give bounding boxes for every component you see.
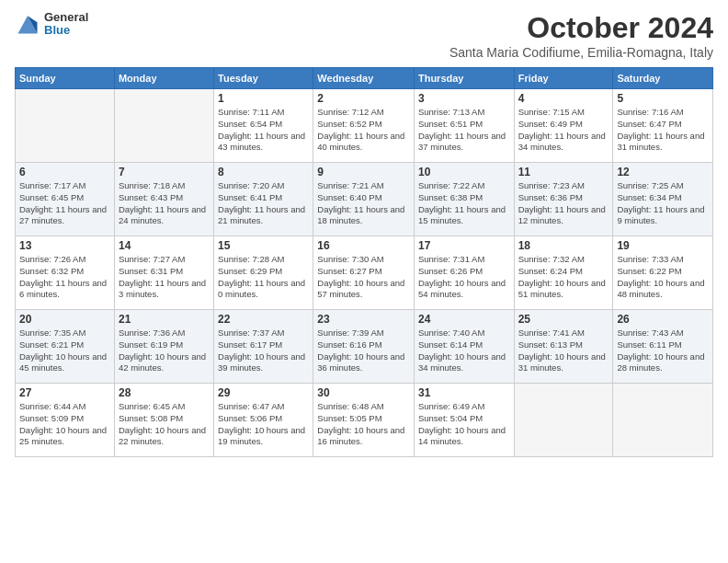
logo-line2: Blue <box>44 24 88 37</box>
day-info: Sunrise: 6:47 AMSunset: 5:06 PMDaylight:… <box>218 401 309 448</box>
day-number: 1 <box>218 92 309 105</box>
day-number: 16 <box>317 239 410 252</box>
table-row: 21Sunrise: 7:36 AMSunset: 6:19 PMDayligh… <box>114 310 213 384</box>
table-row: 28Sunrise: 6:45 AMSunset: 5:08 PMDayligh… <box>114 384 213 457</box>
day-number: 4 <box>518 92 609 105</box>
table-row: 24Sunrise: 7:40 AMSunset: 6:14 PMDayligh… <box>414 310 514 384</box>
day-info: Sunrise: 6:45 AMSunset: 5:08 PMDaylight:… <box>119 401 210 448</box>
table-row: 3Sunrise: 7:13 AMSunset: 6:51 PMDaylight… <box>414 89 514 163</box>
table-row: 17Sunrise: 7:31 AMSunset: 6:26 PMDayligh… <box>414 236 514 310</box>
table-row <box>114 89 213 163</box>
col-wednesday: Wednesday <box>313 68 415 89</box>
day-number: 25 <box>518 313 609 326</box>
day-number: 19 <box>617 239 709 252</box>
calendar-row: 6Sunrise: 7:17 AMSunset: 6:45 PMDaylight… <box>16 163 713 236</box>
table-row: 11Sunrise: 7:23 AMSunset: 6:36 PMDayligh… <box>514 163 613 236</box>
day-info: Sunrise: 7:30 AMSunset: 6:27 PMDaylight:… <box>317 254 410 301</box>
table-row: 20Sunrise: 7:35 AMSunset: 6:21 PMDayligh… <box>16 310 115 384</box>
day-number: 5 <box>617 92 709 105</box>
day-number: 22 <box>218 313 309 326</box>
logo-line1: General <box>44 11 88 24</box>
table-row: 7Sunrise: 7:18 AMSunset: 6:43 PMDaylight… <box>114 163 213 236</box>
day-info: Sunrise: 7:43 AMSunset: 6:11 PMDaylight:… <box>617 327 709 374</box>
calendar-row: 27Sunrise: 6:44 AMSunset: 5:09 PMDayligh… <box>16 384 713 457</box>
title-block: October 2024 Santa Maria Codifiume, Emil… <box>449 11 713 60</box>
day-number: 10 <box>418 166 510 178</box>
day-info: Sunrise: 7:25 AMSunset: 6:34 PMDaylight:… <box>617 180 709 227</box>
month-title: October 2024 <box>449 11 713 45</box>
day-number: 14 <box>119 239 210 252</box>
day-info: Sunrise: 7:39 AMSunset: 6:16 PMDaylight:… <box>317 327 410 374</box>
table-row: 4Sunrise: 7:15 AMSunset: 6:49 PMDaylight… <box>514 89 613 163</box>
day-info: Sunrise: 7:12 AMSunset: 6:52 PMDaylight:… <box>317 107 410 154</box>
table-row: 30Sunrise: 6:48 AMSunset: 5:05 PMDayligh… <box>313 384 415 457</box>
calendar-header-row: Sunday Monday Tuesday Wednesday Thursday… <box>16 68 713 89</box>
day-number: 17 <box>418 239 510 252</box>
table-row: 10Sunrise: 7:22 AMSunset: 6:38 PMDayligh… <box>414 163 514 236</box>
day-info: Sunrise: 7:22 AMSunset: 6:38 PMDaylight:… <box>418 180 510 227</box>
day-number: 27 <box>19 386 110 399</box>
table-row <box>514 384 613 457</box>
table-row: 5Sunrise: 7:16 AMSunset: 6:47 PMDaylight… <box>613 89 713 163</box>
subtitle: Santa Maria Codifiume, Emilia-Romagna, I… <box>449 45 713 60</box>
table-row: 13Sunrise: 7:26 AMSunset: 6:32 PMDayligh… <box>16 236 115 310</box>
day-number: 8 <box>218 166 309 178</box>
logo: General Blue <box>15 11 88 38</box>
table-row: 27Sunrise: 6:44 AMSunset: 5:09 PMDayligh… <box>16 384 115 457</box>
table-row: 26Sunrise: 7:43 AMSunset: 6:11 PMDayligh… <box>613 310 713 384</box>
table-row: 16Sunrise: 7:30 AMSunset: 6:27 PMDayligh… <box>313 236 415 310</box>
day-info: Sunrise: 6:48 AMSunset: 5:05 PMDaylight:… <box>317 401 410 448</box>
table-row: 2Sunrise: 7:12 AMSunset: 6:52 PMDaylight… <box>313 89 415 163</box>
day-number: 3 <box>418 92 510 105</box>
day-info: Sunrise: 7:35 AMSunset: 6:21 PMDaylight:… <box>19 327 110 374</box>
col-saturday: Saturday <box>613 68 713 89</box>
table-row: 1Sunrise: 7:11 AMSunset: 6:54 PMDaylight… <box>214 89 313 163</box>
table-row: 14Sunrise: 7:27 AMSunset: 6:31 PMDayligh… <box>114 236 213 310</box>
logo-text: General Blue <box>44 11 88 38</box>
day-info: Sunrise: 7:17 AMSunset: 6:45 PMDaylight:… <box>19 180 110 227</box>
calendar-table: Sunday Monday Tuesday Wednesday Thursday… <box>15 67 713 457</box>
table-row <box>613 384 713 457</box>
page: General Blue October 2024 Santa Maria Co… <box>0 0 728 563</box>
table-row: 31Sunrise: 6:49 AMSunset: 5:04 PMDayligh… <box>414 384 514 457</box>
logo-icon <box>15 11 40 37</box>
day-info: Sunrise: 7:33 AMSunset: 6:22 PMDaylight:… <box>617 254 709 301</box>
day-number: 13 <box>19 239 110 252</box>
day-info: Sunrise: 7:31 AMSunset: 6:26 PMDaylight:… <box>418 254 510 301</box>
col-sunday: Sunday <box>16 68 115 89</box>
day-info: Sunrise: 7:18 AMSunset: 6:43 PMDaylight:… <box>119 180 210 227</box>
day-info: Sunrise: 7:23 AMSunset: 6:36 PMDaylight:… <box>518 180 609 227</box>
table-row: 19Sunrise: 7:33 AMSunset: 6:22 PMDayligh… <box>613 236 713 310</box>
day-number: 15 <box>218 239 309 252</box>
day-number: 18 <box>518 239 609 252</box>
table-row: 18Sunrise: 7:32 AMSunset: 6:24 PMDayligh… <box>514 236 613 310</box>
day-info: Sunrise: 7:13 AMSunset: 6:51 PMDaylight:… <box>418 107 510 154</box>
table-row: 9Sunrise: 7:21 AMSunset: 6:40 PMDaylight… <box>313 163 415 236</box>
day-info: Sunrise: 7:16 AMSunset: 6:47 PMDaylight:… <box>617 107 709 154</box>
day-number: 11 <box>518 166 609 178</box>
day-number: 23 <box>317 313 410 326</box>
col-thursday: Thursday <box>414 68 514 89</box>
calendar-row: 1Sunrise: 7:11 AMSunset: 6:54 PMDaylight… <box>16 89 713 163</box>
day-number: 6 <box>19 166 110 178</box>
table-row <box>16 89 115 163</box>
day-info: Sunrise: 7:27 AMSunset: 6:31 PMDaylight:… <box>119 254 210 301</box>
day-number: 28 <box>119 386 210 399</box>
calendar-row: 13Sunrise: 7:26 AMSunset: 6:32 PMDayligh… <box>16 236 713 310</box>
table-row: 6Sunrise: 7:17 AMSunset: 6:45 PMDaylight… <box>16 163 115 236</box>
col-friday: Friday <box>514 68 613 89</box>
table-row: 12Sunrise: 7:25 AMSunset: 6:34 PMDayligh… <box>613 163 713 236</box>
day-info: Sunrise: 7:32 AMSunset: 6:24 PMDaylight:… <box>518 254 609 301</box>
day-number: 24 <box>418 313 510 326</box>
day-number: 29 <box>218 386 309 399</box>
day-info: Sunrise: 7:20 AMSunset: 6:41 PMDaylight:… <box>218 180 309 227</box>
day-number: 31 <box>418 386 510 399</box>
col-monday: Monday <box>114 68 213 89</box>
day-number: 2 <box>317 92 410 105</box>
table-row: 8Sunrise: 7:20 AMSunset: 6:41 PMDaylight… <box>214 163 313 236</box>
calendar-row: 20Sunrise: 7:35 AMSunset: 6:21 PMDayligh… <box>16 310 713 384</box>
day-info: Sunrise: 7:37 AMSunset: 6:17 PMDaylight:… <box>218 327 309 374</box>
col-tuesday: Tuesday <box>214 68 313 89</box>
table-row: 15Sunrise: 7:28 AMSunset: 6:29 PMDayligh… <box>214 236 313 310</box>
table-row: 22Sunrise: 7:37 AMSunset: 6:17 PMDayligh… <box>214 310 313 384</box>
